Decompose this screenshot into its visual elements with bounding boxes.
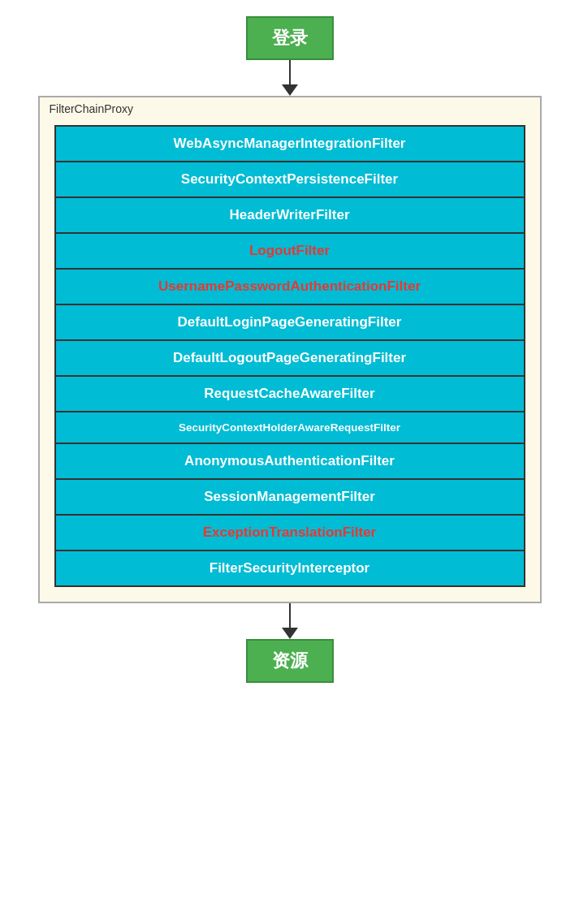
filter-row-filter-5: UsernamePasswordAuthenticationFilter [56,270,524,305]
filter-row-filter-8: RequestCacheAwareFilter [56,377,524,412]
arrow-from-login [282,60,298,96]
filter-chain-proxy-container: FilterChainProxy WebAsyncManagerIntegrat… [38,96,542,603]
filter-row-filter-9: SecurityContextHolderAwareRequestFilter [56,412,524,444]
filter-row-filter-7: DefaultLogoutPageGeneratingFilter [56,341,524,377]
resource-label: 资源 [272,649,308,673]
filter-chain-proxy-label: FilterChainProxy [50,102,133,115]
filter-row-filter-13: FilterSecurityInterceptor [56,551,524,585]
filter-row-filter-11: SessionManagementFilter [56,480,524,516]
filter-row-filter-6: DefaultLoginPageGeneratingFilter [56,305,524,341]
filter-row-filter-4: LogoutFilter [56,234,524,270]
filter-row-filter-10: AnonymousAuthenticationFilter [56,444,524,480]
filter-list: WebAsyncManagerIntegrationFilterSecurity… [54,125,525,587]
filter-row-filter-2: SecurityContextPersistenceFilter [56,162,524,198]
filter-row-filter-1: WebAsyncManagerIntegrationFilter [56,127,524,162]
login-label: 登录 [272,26,308,50]
arrow-to-resource [282,603,298,639]
filter-row-filter-3: HeaderWriterFilter [56,198,524,234]
resource-box: 资源 [246,639,334,683]
filter-row-filter-12: ExceptionTranslationFilter [56,516,524,551]
login-box: 登录 [246,16,334,60]
